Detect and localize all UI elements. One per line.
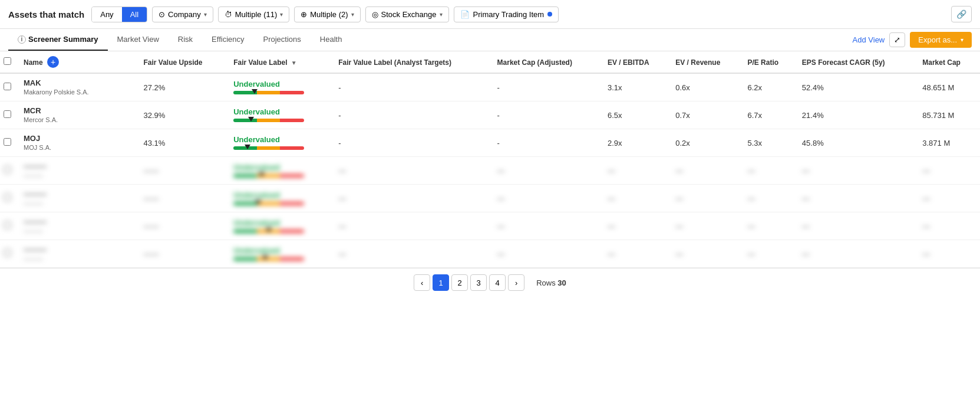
tab-market-view-label: Market View [117,35,159,44]
row-checkbox[interactable] [4,221,11,229]
multiple-2-label: Multiple (2) [310,10,348,19]
multiple-11-filter[interactable]: ⏱ Multiple (11) ▾ [218,6,290,22]
fair-value-marker [259,172,265,177]
company-name: ——— [24,227,43,234]
link-button[interactable]: 🔗 [951,6,972,22]
company-filter[interactable]: ⊙ Company ▾ [152,6,213,22]
export-button[interactable]: Export as... ▾ [910,32,972,48]
tab-screener-summary[interactable]: i Screener Summary [8,29,108,51]
row-checkbox[interactable] [4,138,11,146]
fair-value-marker [266,228,272,232]
ev-revenue-cell: 0.7x [669,101,741,129]
row-checkbox[interactable] [4,194,11,201]
table-row: MOJ MOJ S.A. 43.1% Undervalued - - 2.9x … [0,129,980,157]
table-row: ——— ——— —— Undervalued — — — — — — — [0,185,980,212]
fair-value-label: Undervalued [233,163,280,172]
market-cap-cell: — [916,157,980,185]
tab-health[interactable]: Health [311,29,352,51]
select-all-header[interactable] [0,51,18,73]
table-row: MAK Makarony Polskie S.A. 27.2% Underval… [0,73,980,101]
market-cap-cell: 48.651 M [916,73,980,101]
row-checkbox-cell[interactable] [0,212,18,240]
fair-value-upside-cell: 27.2% [137,73,227,101]
pe-ratio-cell: 6.7x [741,101,796,129]
chevron-down-icon: ▾ [204,11,207,18]
row-checkbox-cell[interactable] [0,240,18,268]
ev-revenue-cell: 0.2x [669,129,741,157]
tabs-bar: i Screener Summary Market View Risk Effi… [0,29,980,51]
company-name: ——— [24,255,43,262]
any-button[interactable]: Any [92,7,121,22]
ev-ebitda-cell: 3.1x [602,73,669,101]
fair-value-analyst-cell: — [332,185,491,212]
company-name: ——— [24,172,43,179]
company-name: MOJ S.A. [24,144,51,151]
next-page-button[interactable]: › [508,274,524,291]
fair-value-bar-bg [233,91,304,94]
pe-ratio-cell: — [741,185,796,212]
ev-ebitda-cell: 6.5x [602,101,669,129]
asset-name-cell: MCR Mercor S.A. [18,101,137,129]
active-dot [547,12,552,17]
fair-value-upside-cell: —— [137,157,227,185]
row-checkbox-cell[interactable] [0,129,18,157]
tab-risk[interactable]: Risk [169,29,202,51]
stock-exchange-filter[interactable]: ◎ Stock Exchange ▾ [365,6,449,22]
table-row: ——— ——— —— Undervalued — — — — — — — [0,212,980,240]
col-fair-value-upside[interactable]: Fair Value Upside [137,51,227,73]
asset-name-cell: ——— ——— [18,185,137,212]
ev-ebitda-cell: — [602,240,669,268]
company-name: ——— [24,199,43,206]
add-column-button[interactable]: + [47,56,59,68]
tab-efficiency[interactable]: Efficiency [202,29,253,51]
all-button[interactable]: All [122,7,147,22]
ev-ebitda-cell: — [602,157,669,185]
row-checkbox-cell[interactable] [0,185,18,212]
fair-value-bar [233,230,304,234]
prev-page-button[interactable]: ‹ [414,274,430,291]
asset-name-cell: ——— ——— [18,212,137,240]
fair-value-analyst-cell: — [332,240,491,268]
fair-value-bar-bg [233,257,304,261]
row-checkbox[interactable] [4,166,11,173]
expand-button[interactable]: ⤢ [889,32,905,47]
tab-projections[interactable]: Projections [254,29,311,51]
tab-market-view[interactable]: Market View [108,29,169,51]
page-3-button[interactable]: 3 [470,274,487,291]
page-2-button[interactable]: 2 [451,274,468,291]
company-name: Mercor S.A. [24,116,58,123]
pe-ratio-cell: — [741,240,796,268]
market-cap-adj-cell: - [491,129,602,157]
fair-value-bar-bg [233,202,304,205]
any-all-toggle: Any All [91,6,147,22]
row-checkbox[interactable] [4,110,11,118]
company-label: Company [168,10,201,19]
table-row: MCR Mercor S.A. 32.9% Undervalued - - 6.… [0,101,980,129]
multiple-2-filter[interactable]: ⊕ Multiple (2) ▾ [294,6,360,22]
page-1-button[interactable]: 1 [433,274,449,291]
row-checkbox[interactable] [4,83,11,90]
select-all-checkbox[interactable] [4,57,11,65]
chevron-down-icon-2: ▾ [280,11,283,18]
assets-table: Name + Fair Value Upside Fair Value Labe… [0,51,980,268]
fair-value-label: Undervalued [233,135,280,144]
row-checkbox-cell[interactable] [0,73,18,101]
page-4-button[interactable]: 4 [489,274,506,291]
fair-value-bar-bg [233,119,304,122]
col-market-cap: Market Cap [916,51,980,73]
add-view-button[interactable]: Add View [853,35,885,44]
primary-trading-filter[interactable]: 📄 Primary Trading Item [454,6,559,22]
fair-value-analyst-cell: - [332,129,491,157]
market-cap-adj-cell: - [491,73,602,101]
row-checkbox-cell[interactable] [0,101,18,129]
market-cap-cell: — [916,185,980,212]
eps-cagr-cell: — [796,240,916,268]
fair-value-upside-cell: —— [137,185,227,212]
col-fair-value-label[interactable]: Fair Value Label ▼ [227,51,332,73]
row-checkbox-cell[interactable] [0,157,18,185]
row-checkbox[interactable] [4,249,11,257]
fair-value-analyst-cell: - [332,73,491,101]
market-cap-cell: — [916,212,980,240]
fair-value-label-cell: Undervalued [227,240,332,268]
asset-name-cell: ——— ——— [18,240,137,268]
